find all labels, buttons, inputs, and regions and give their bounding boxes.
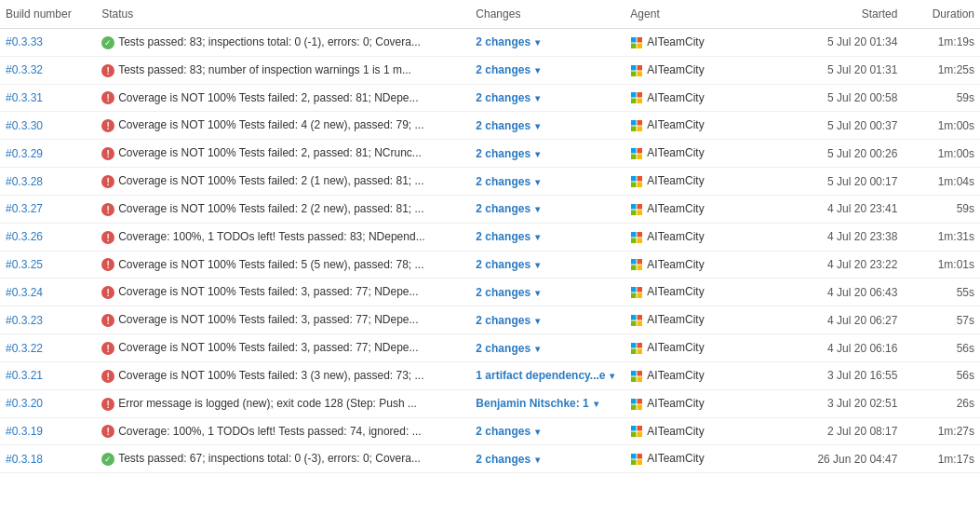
svg-rect-54 <box>631 404 637 410</box>
table-row: #0.3.29Coverage is NOT 100% Tests failed… <box>0 140 980 168</box>
table-row: #0.3.30Coverage is NOT 100% Tests failed… <box>0 112 980 140</box>
status-text: Coverage is NOT 100% Tests failed: 3 (3 … <box>118 369 423 382</box>
changes-link[interactable]: 2 changes ▾ <box>476 453 539 466</box>
build-link[interactable]: #0.3.33 <box>6 35 43 48</box>
svg-rect-31 <box>638 238 643 243</box>
changes-link[interactable]: 2 changes ▾ <box>476 230 539 243</box>
changes-dropdown-icon: ▾ <box>532 65 540 75</box>
svg-rect-30 <box>631 238 637 243</box>
svg-rect-12 <box>631 120 637 126</box>
build-link[interactable]: #0.3.22 <box>6 342 43 355</box>
changes-dropdown-icon: ▾ <box>591 399 598 409</box>
changes-link[interactable]: 2 changes ▾ <box>476 258 539 271</box>
status-text: Coverage: 100%, 1 TODOs left! Tests pass… <box>118 230 425 243</box>
svg-rect-32 <box>631 259 637 265</box>
build-link[interactable]: #0.3.26 <box>6 230 43 243</box>
svg-rect-29 <box>638 232 643 238</box>
status-error-icon <box>101 314 114 327</box>
changes-link[interactable]: 2 changes ▾ <box>476 342 539 355</box>
svg-rect-11 <box>638 99 643 104</box>
svg-rect-1 <box>638 37 643 43</box>
table-row: #0.3.22Coverage is NOT 100% Tests failed… <box>0 334 980 362</box>
changes-dropdown-icon: ▾ <box>532 260 540 270</box>
status-text: Coverage is NOT 100% Tests failed: 2, pa… <box>118 146 422 159</box>
agent-name: AITeamCity <box>647 341 704 354</box>
table-row: #0.3.28Coverage is NOT 100% Tests failed… <box>0 168 980 196</box>
changes-dropdown-icon: ▾ <box>532 455 540 465</box>
svg-rect-61 <box>638 454 643 459</box>
svg-rect-7 <box>638 71 643 76</box>
changes-link[interactable]: Benjamin Nitschke: 1 ▾ <box>476 397 597 410</box>
started-text: 5 Jul 20 00:17 <box>827 175 897 188</box>
agent-os-icon <box>630 370 643 383</box>
started-text: 3 Jul 20 16:55 <box>827 369 897 382</box>
changes-link[interactable]: 2 changes ▾ <box>476 119 539 132</box>
agent-name: AITeamCity <box>647 285 704 298</box>
changes-link[interactable]: 2 changes ▾ <box>476 202 539 215</box>
changes-link[interactable]: 2 changes ▾ <box>476 91 539 104</box>
svg-rect-36 <box>631 287 637 293</box>
duration-text: 1m:00s <box>938 119 974 132</box>
svg-rect-40 <box>631 315 637 320</box>
svg-rect-37 <box>638 287 643 293</box>
started-text: 4 Jul 20 06:16 <box>827 342 897 355</box>
changes-link[interactable]: 1 artifact dependency...e ▾ <box>476 369 614 382</box>
svg-rect-41 <box>638 315 643 320</box>
status-error-icon <box>101 147 114 160</box>
duration-text: 59s <box>957 91 974 104</box>
status-error-icon <box>101 342 114 355</box>
build-link[interactable]: #0.3.25 <box>6 258 43 271</box>
svg-rect-9 <box>638 92 643 98</box>
header-agent: Agent <box>624 0 778 29</box>
build-link[interactable]: #0.3.24 <box>6 286 43 299</box>
build-link[interactable]: #0.3.30 <box>6 119 43 132</box>
changes-link[interactable]: 2 changes ▾ <box>476 314 539 327</box>
agent-os-icon <box>630 64 643 77</box>
svg-rect-45 <box>638 343 643 348</box>
changes-link[interactable]: 2 changes ▾ <box>476 35 539 48</box>
changes-dropdown-icon: ▾ <box>532 288 540 298</box>
status-text: Coverage is NOT 100% Tests failed: 3, pa… <box>118 313 418 326</box>
started-text: 3 Jul 20 02:51 <box>827 397 897 410</box>
duration-text: 57s <box>957 314 974 327</box>
changes-link[interactable]: 2 changes ▾ <box>476 175 539 188</box>
build-link[interactable]: #0.3.18 <box>6 453 43 466</box>
changes-link[interactable]: 2 changes ▾ <box>476 286 539 299</box>
duration-text: 1m:27s <box>938 425 974 438</box>
svg-rect-48 <box>631 371 637 376</box>
build-link[interactable]: #0.3.32 <box>6 63 43 76</box>
build-link[interactable]: #0.3.31 <box>6 91 43 104</box>
changes-dropdown-icon: ▾ <box>532 344 540 354</box>
agent-os-icon <box>630 398 643 411</box>
svg-rect-25 <box>638 204 643 210</box>
svg-rect-33 <box>638 259 643 265</box>
build-link[interactable]: #0.3.23 <box>6 314 43 327</box>
status-text: Coverage is NOT 100% Tests failed: 3, pa… <box>118 285 418 298</box>
changes-link[interactable]: 2 changes ▾ <box>476 63 539 76</box>
svg-rect-21 <box>638 176 643 182</box>
started-text: 5 Jul 20 00:37 <box>827 119 897 132</box>
build-link[interactable]: #0.3.27 <box>6 202 43 215</box>
changes-link[interactable]: 2 changes ▾ <box>476 147 539 160</box>
build-link[interactable]: #0.3.21 <box>6 369 43 382</box>
changes-dropdown-icon: ▾ <box>532 37 540 48</box>
status-text: Error message is logged (new); exit code… <box>118 397 417 410</box>
agent-os-icon <box>630 119 643 132</box>
changes-link[interactable]: 2 changes ▾ <box>476 425 539 438</box>
svg-rect-60 <box>631 454 637 459</box>
status-text: Tests passed: 83; number of inspection w… <box>118 63 411 76</box>
build-link[interactable]: #0.3.28 <box>6 175 43 188</box>
build-link[interactable]: #0.3.19 <box>6 425 43 438</box>
svg-rect-22 <box>631 182 637 187</box>
agent-name: AITeamCity <box>647 369 704 382</box>
build-link[interactable]: #0.3.20 <box>6 397 43 410</box>
changes-dropdown-icon: ▾ <box>532 121 540 131</box>
svg-rect-13 <box>638 120 643 126</box>
status-success-icon <box>101 36 114 49</box>
status-text: Coverage is NOT 100% Tests failed: 4 (2 … <box>118 118 423 131</box>
table-row: #0.3.25Coverage is NOT 100% Tests failed… <box>0 251 980 279</box>
svg-rect-23 <box>638 182 643 187</box>
build-link[interactable]: #0.3.29 <box>6 147 43 160</box>
svg-rect-16 <box>631 148 637 154</box>
agent-name: AITeamCity <box>647 174 704 187</box>
